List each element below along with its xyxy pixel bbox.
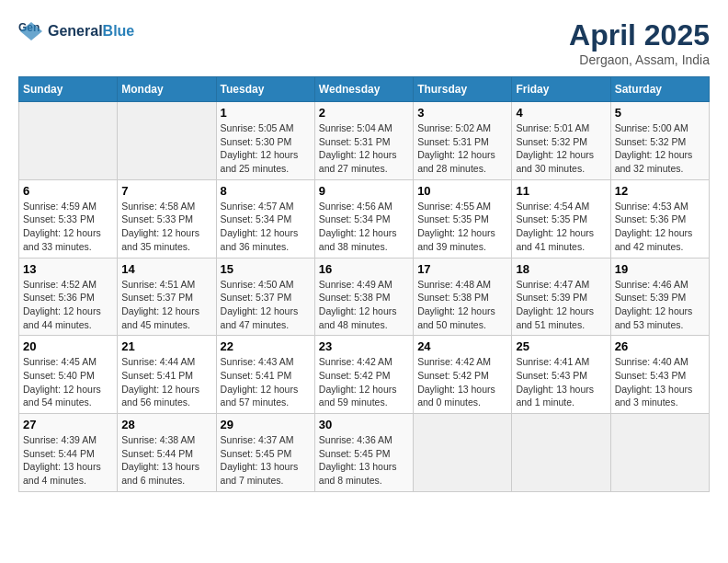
header-day: Sunday — [19, 77, 118, 102]
day-number: 25 — [516, 339, 606, 353]
calendar-week-row: 6Sunrise: 4:59 AMSunset: 5:33 PMDaylight… — [19, 179, 710, 258]
day-number: 28 — [121, 418, 211, 431]
month-title: April 2025 — [569, 18, 710, 52]
day-number: 10 — [417, 184, 507, 198]
calendar-cell: 20Sunrise: 4:45 AMSunset: 5:40 PMDayligh… — [19, 336, 118, 414]
calendar-cell: 8Sunrise: 4:57 AMSunset: 5:34 PMDaylight… — [216, 179, 314, 258]
calendar-week-row: 27Sunrise: 4:39 AMSunset: 5:44 PMDayligh… — [19, 414, 710, 492]
day-number: 18 — [516, 262, 606, 276]
day-number: 24 — [417, 339, 507, 353]
day-info: Sunrise: 4:47 AMSunset: 5:39 PMDaylight:… — [516, 278, 606, 332]
header-day: Wednesday — [314, 77, 413, 102]
calendar-cell: 4Sunrise: 5:01 AMSunset: 5:32 PMDaylight… — [512, 102, 610, 180]
day-number: 15 — [221, 262, 311, 276]
day-info: Sunrise: 4:49 AMSunset: 5:38 PMDaylight:… — [319, 278, 409, 332]
calendar-body: 1Sunrise: 5:05 AMSunset: 5:30 PMDaylight… — [19, 102, 710, 492]
calendar-cell: 13Sunrise: 4:52 AMSunset: 5:36 PMDayligh… — [19, 258, 118, 336]
logo-line2: Blue — [103, 23, 135, 39]
day-number: 20 — [23, 339, 113, 353]
day-number: 2 — [319, 106, 409, 120]
calendar-cell: 11Sunrise: 4:54 AMSunset: 5:35 PMDayligh… — [512, 179, 610, 258]
day-info: Sunrise: 4:57 AMSunset: 5:34 PMDaylight:… — [221, 200, 311, 254]
calendar-cell: 25Sunrise: 4:41 AMSunset: 5:43 PMDayligh… — [512, 336, 610, 414]
day-number: 5 — [615, 106, 705, 120]
calendar-cell: 24Sunrise: 4:42 AMSunset: 5:42 PMDayligh… — [414, 336, 512, 414]
day-number: 22 — [221, 339, 311, 353]
day-number: 3 — [417, 106, 507, 120]
day-number: 14 — [121, 262, 211, 276]
day-number: 16 — [319, 262, 409, 276]
calendar-table: SundayMondayTuesdayWednesdayThursdayFrid… — [18, 76, 710, 492]
calendar-cell: 10Sunrise: 4:55 AMSunset: 5:35 PMDayligh… — [414, 179, 512, 258]
day-info: Sunrise: 4:52 AMSunset: 5:36 PMDaylight:… — [23, 278, 113, 332]
calendar-cell: 22Sunrise: 4:43 AMSunset: 5:41 PMDayligh… — [216, 336, 314, 414]
logo-line1: General — [48, 23, 103, 39]
day-number: 17 — [417, 262, 507, 276]
day-info: Sunrise: 4:58 AMSunset: 5:33 PMDaylight:… — [121, 200, 211, 254]
calendar-week-row: 13Sunrise: 4:52 AMSunset: 5:36 PMDayligh… — [19, 258, 710, 336]
calendar-cell: 19Sunrise: 4:46 AMSunset: 5:39 PMDayligh… — [610, 258, 709, 336]
calendar-cell: 12Sunrise: 4:53 AMSunset: 5:36 PMDayligh… — [610, 179, 709, 258]
calendar-cell: 27Sunrise: 4:39 AMSunset: 5:44 PMDayligh… — [19, 414, 118, 492]
day-info: Sunrise: 5:05 AMSunset: 5:30 PMDaylight:… — [221, 121, 311, 176]
calendar-cell: 6Sunrise: 4:59 AMSunset: 5:33 PMDaylight… — [19, 179, 118, 258]
calendar-cell: 14Sunrise: 4:51 AMSunset: 5:37 PMDayligh… — [118, 258, 216, 336]
logo-icon: Gen — [18, 18, 44, 44]
calendar-cell — [610, 414, 709, 492]
day-number: 19 — [615, 262, 705, 276]
day-info: Sunrise: 5:04 AMSunset: 5:31 PMDaylight:… — [319, 121, 409, 176]
day-number: 9 — [319, 184, 409, 198]
calendar-cell: 28Sunrise: 4:38 AMSunset: 5:44 PMDayligh… — [118, 414, 216, 492]
calendar-cell: 7Sunrise: 4:58 AMSunset: 5:33 PMDaylight… — [118, 179, 216, 258]
day-number: 21 — [121, 339, 211, 353]
location: Dergaon, Assam, India — [569, 52, 710, 67]
day-number: 26 — [615, 339, 705, 353]
calendar-cell — [414, 414, 512, 492]
calendar-header: SundayMondayTuesdayWednesdayThursdayFrid… — [19, 77, 710, 102]
day-info: Sunrise: 5:01 AMSunset: 5:32 PMDaylight:… — [516, 121, 606, 176]
calendar-cell: 23Sunrise: 4:42 AMSunset: 5:42 PMDayligh… — [314, 336, 413, 414]
calendar-cell: 26Sunrise: 4:40 AMSunset: 5:43 PMDayligh… — [610, 336, 709, 414]
day-info: Sunrise: 4:40 AMSunset: 5:43 PMDaylight:… — [615, 355, 705, 409]
day-info: Sunrise: 4:48 AMSunset: 5:38 PMDaylight:… — [417, 278, 507, 332]
day-info: Sunrise: 4:53 AMSunset: 5:36 PMDaylight:… — [615, 200, 705, 254]
day-number: 27 — [23, 418, 113, 431]
logo: Gen GeneralBlue — [18, 18, 134, 44]
day-number: 23 — [319, 339, 409, 353]
day-number: 8 — [221, 184, 311, 198]
day-info: Sunrise: 4:36 AMSunset: 5:45 PMDaylight:… — [319, 433, 409, 488]
header-day: Monday — [118, 77, 216, 102]
calendar-cell: 9Sunrise: 4:56 AMSunset: 5:34 PMDaylight… — [314, 179, 413, 258]
day-number: 4 — [516, 106, 606, 120]
day-info: Sunrise: 4:50 AMSunset: 5:37 PMDaylight:… — [221, 278, 311, 332]
calendar-cell: 18Sunrise: 4:47 AMSunset: 5:39 PMDayligh… — [512, 258, 610, 336]
calendar-cell — [19, 102, 118, 180]
calendar-cell: 16Sunrise: 4:49 AMSunset: 5:38 PMDayligh… — [314, 258, 413, 336]
day-info: Sunrise: 4:42 AMSunset: 5:42 PMDaylight:… — [319, 355, 409, 409]
calendar-week-row: 20Sunrise: 4:45 AMSunset: 5:40 PMDayligh… — [19, 336, 710, 414]
day-number: 30 — [319, 418, 409, 431]
day-info: Sunrise: 4:44 AMSunset: 5:41 PMDaylight:… — [121, 355, 211, 409]
calendar-cell: 3Sunrise: 5:02 AMSunset: 5:31 PMDaylight… — [414, 102, 512, 180]
day-info: Sunrise: 4:37 AMSunset: 5:45 PMDaylight:… — [221, 433, 311, 488]
header-day: Tuesday — [216, 77, 314, 102]
day-number: 13 — [23, 262, 113, 276]
calendar-cell: 15Sunrise: 4:50 AMSunset: 5:37 PMDayligh… — [216, 258, 314, 336]
day-number: 6 — [23, 184, 113, 198]
day-info: Sunrise: 4:43 AMSunset: 5:41 PMDaylight:… — [221, 355, 311, 409]
calendar-cell: 29Sunrise: 4:37 AMSunset: 5:45 PMDayligh… — [216, 414, 314, 492]
page-header: Gen GeneralBlue April 2025 Dergaon, Assa… — [18, 18, 710, 67]
day-info: Sunrise: 4:45 AMSunset: 5:40 PMDaylight:… — [23, 355, 113, 409]
header-day: Saturday — [610, 77, 709, 102]
calendar-cell: 21Sunrise: 4:44 AMSunset: 5:41 PMDayligh… — [118, 336, 216, 414]
calendar-cell: 17Sunrise: 4:48 AMSunset: 5:38 PMDayligh… — [414, 258, 512, 336]
header-day: Thursday — [414, 77, 512, 102]
calendar-cell — [118, 102, 216, 180]
title-block: April 2025 Dergaon, Assam, India — [569, 18, 710, 67]
day-info: Sunrise: 4:38 AMSunset: 5:44 PMDaylight:… — [121, 433, 211, 488]
day-number: 1 — [221, 106, 311, 120]
day-info: Sunrise: 4:41 AMSunset: 5:43 PMDaylight:… — [516, 355, 606, 409]
day-info: Sunrise: 4:59 AMSunset: 5:33 PMDaylight:… — [23, 200, 113, 254]
day-info: Sunrise: 4:42 AMSunset: 5:42 PMDaylight:… — [417, 355, 507, 409]
day-info: Sunrise: 4:46 AMSunset: 5:39 PMDaylight:… — [615, 278, 705, 332]
